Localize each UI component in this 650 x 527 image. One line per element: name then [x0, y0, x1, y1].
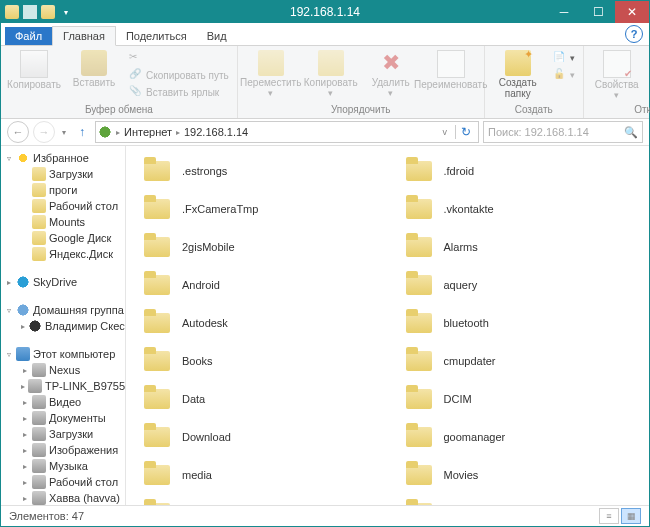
tree-label: Домашняя группа: [33, 304, 124, 316]
search-placeholder: Поиск: 192.168.1.14: [488, 126, 624, 138]
explorer-window: ▾ 192.168.1.14 ─ ☐ ✕ Файл Главная Подели…: [0, 0, 650, 527]
address-dropdown-icon[interactable]: v: [439, 127, 452, 137]
tree-item[interactable]: ▸Рабочий стол: [5, 474, 125, 490]
properties-icon[interactable]: [23, 5, 37, 19]
tab-file[interactable]: Файл: [5, 27, 52, 45]
nav-up-button[interactable]: ↑: [73, 123, 91, 141]
ribbon-group-organize: Переместить▾ Копировать▾ ✖ Удалить▾ Пере…: [238, 46, 485, 118]
rename-icon: [437, 50, 465, 78]
move-icon: [258, 50, 284, 76]
tree-label: Nexus: [49, 364, 80, 376]
tree-item[interactable]: ▸Музыка: [5, 458, 125, 474]
ribbon-help-icon[interactable]: ?: [625, 25, 643, 43]
view-details-button[interactable]: ≡: [599, 508, 619, 524]
folder-name: Android: [182, 279, 220, 291]
file-list[interactable]: .estrongs.fdroid.FxCameraTmp.vkontakte2g…: [126, 146, 649, 505]
tree-item[interactable]: Google Диск: [5, 230, 125, 246]
tree-icon: [32, 199, 46, 213]
tree-item[interactable]: ▸SkyDrive: [5, 274, 125, 290]
group-label: Создать: [491, 104, 577, 118]
folder-item[interactable]: Alarms: [396, 228, 642, 266]
tree-item[interactable]: Яндекс.Диск: [5, 246, 125, 262]
folder-icon: [142, 233, 174, 261]
tree-icon: [32, 427, 46, 441]
tree-label: Загрузки: [49, 168, 93, 180]
tree-item[interactable]: ▿Домашняя группа: [5, 302, 125, 318]
tree-label: Музыка: [49, 460, 88, 472]
new-folder-icon[interactable]: [41, 5, 55, 19]
folder-icon: [404, 271, 436, 299]
tree-item[interactable]: ▸Видео: [5, 394, 125, 410]
folder-icon: [142, 385, 174, 413]
tree-item[interactable]: Рабочий стол: [5, 198, 125, 214]
folder-name: bluetooth: [444, 317, 489, 329]
folder-item[interactable]: DCIM: [396, 380, 642, 418]
folder-item[interactable]: .vkontakte: [396, 190, 642, 228]
folder-item[interactable]: Books: [134, 342, 380, 380]
status-count: 47: [72, 510, 84, 522]
tree-item[interactable]: ▸TP-LINK_B9755A: [5, 378, 125, 394]
folder-item[interactable]: Download: [134, 418, 380, 456]
folder-item[interactable]: .fdroid: [396, 152, 642, 190]
ribbon-group-open: ✔ Свойства▾ 📂Открыть▾ ✎Изменить 🕘Журнал …: [584, 46, 650, 118]
folder-icon: [404, 461, 436, 489]
tree-icon: [32, 395, 46, 409]
folder-icon: [142, 195, 174, 223]
tab-share[interactable]: Поделиться: [116, 27, 197, 45]
tree-label: проги: [49, 184, 77, 196]
folder-item[interactable]: Autodesk: [134, 304, 380, 342]
folder-item[interactable]: media: [134, 456, 380, 494]
tree-item[interactable]: Загрузки: [5, 166, 125, 182]
tree-item[interactable]: Mounts: [5, 214, 125, 230]
folder-item[interactable]: bluetooth: [396, 304, 642, 342]
new-item-button[interactable]: 📄▾: [551, 50, 577, 66]
maximize-button[interactable]: ☐: [581, 1, 615, 23]
path-icon: 🔗: [129, 68, 143, 82]
qat-dropdown-icon[interactable]: ▾: [59, 5, 73, 19]
tab-view[interactable]: Вид: [197, 27, 237, 45]
folder-item[interactable]: .estrongs: [134, 152, 380, 190]
folder-item[interactable]: Data: [134, 380, 380, 418]
tree-icon: [32, 443, 46, 457]
tree-item[interactable]: проги: [5, 182, 125, 198]
tree-item[interactable]: ▸Хавва (havva): [5, 490, 125, 505]
close-button[interactable]: ✕: [615, 1, 649, 23]
tree-item[interactable]: ▿Избранное: [5, 150, 125, 166]
nav-forward-button[interactable]: →: [33, 121, 55, 143]
tree-item[interactable]: ▸Документы: [5, 410, 125, 426]
folder-item[interactable]: Music: [134, 494, 380, 505]
breadcrumb-root[interactable]: Интернет: [124, 126, 172, 138]
tree-label: Видео: [49, 396, 81, 408]
folder-item[interactable]: 2gisMobile: [134, 228, 380, 266]
tree-item[interactable]: ▿Этот компьютер: [5, 346, 125, 362]
folder-item[interactable]: next_log: [396, 494, 642, 505]
folder-item[interactable]: Android: [134, 266, 380, 304]
folder-icon: [404, 233, 436, 261]
nav-history-dropdown[interactable]: ▾: [59, 122, 69, 142]
refresh-button[interactable]: ↻: [455, 125, 476, 139]
tree-item[interactable]: ▸Загрузки: [5, 426, 125, 442]
tree-label: Хавва (havva): [49, 492, 120, 504]
new-folder-button[interactable]: ✦ Создать папку: [491, 48, 545, 99]
tree-item[interactable]: ▸Изображения: [5, 442, 125, 458]
folder-icon: [404, 309, 436, 337]
tree-item[interactable]: ▸Nexus: [5, 362, 125, 378]
folder-name: 2gisMobile: [182, 241, 235, 253]
tab-home[interactable]: Главная: [52, 26, 116, 46]
folder-item[interactable]: .FxCameraTmp: [134, 190, 380, 228]
search-input[interactable]: Поиск: 192.168.1.14 🔍: [483, 121, 643, 143]
folder-item[interactable]: goomanager: [396, 418, 642, 456]
folder-item[interactable]: Movies: [396, 456, 642, 494]
folder-item[interactable]: cmupdater: [396, 342, 642, 380]
tree-icon: [28, 319, 42, 333]
view-icons-button[interactable]: ▦: [621, 508, 641, 524]
folder-item[interactable]: aquery: [396, 266, 642, 304]
tree-icon: [28, 379, 42, 393]
nav-tree[interactable]: ▿ИзбранноеЗагрузкипрогиРабочий столMount…: [1, 146, 126, 505]
tree-item[interactable]: ▸Владимир Скесс: [5, 318, 125, 334]
breadcrumb-host[interactable]: 192.168.1.14: [184, 126, 248, 138]
folder-name: DCIM: [444, 393, 472, 405]
nav-back-button[interactable]: ←: [7, 121, 29, 143]
address-bar[interactable]: ▸ Интернет ▸ 192.168.1.14 v ↻: [95, 121, 479, 143]
minimize-button[interactable]: ─: [547, 1, 581, 23]
